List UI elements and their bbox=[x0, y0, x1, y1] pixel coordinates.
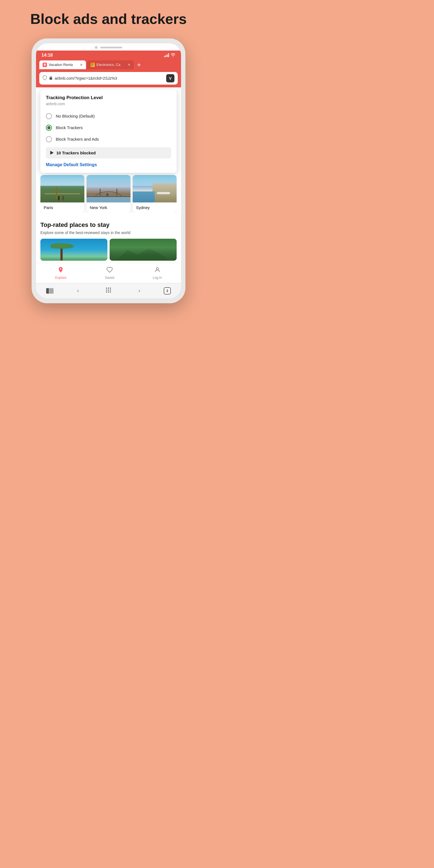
airbnb-tab-icon bbox=[42, 63, 47, 67]
trackers-blocked-row[interactable]: 10 Trackers blocked bbox=[46, 147, 171, 158]
top-rated-title: Top-rated places to stay bbox=[40, 221, 177, 228]
svg-point-7 bbox=[110, 289, 111, 290]
saved-label: Saved bbox=[105, 276, 114, 280]
option-block-trackers[interactable]: Block Trackers bbox=[46, 122, 171, 133]
popup-domain: airbnb.com bbox=[46, 102, 171, 106]
wifi-icon bbox=[170, 53, 176, 57]
saved-icon bbox=[106, 267, 113, 275]
svg-point-10 bbox=[110, 291, 111, 292]
tab-airbnb[interactable]: Vacation Renta ✕ bbox=[39, 60, 86, 69]
nav-explore[interactable]: Explore bbox=[55, 267, 66, 280]
svg-point-9 bbox=[108, 291, 109, 292]
phone-top-bar bbox=[36, 43, 181, 51]
option-block-trackers-label: Block Trackers bbox=[56, 125, 83, 130]
electronics-tab-icon: 🛍️ bbox=[90, 63, 95, 67]
system-navigation-bar: ‹ › 2 bbox=[36, 283, 181, 298]
phone-speaker bbox=[100, 47, 122, 48]
tab-airbnb-label: Vacation Renta bbox=[49, 63, 73, 67]
browser-chrome: Vacation Renta ✕ 🛍️ Electronics, Ca ✕ + bbox=[36, 60, 181, 87]
tracking-protection-popup: Tracking Protection Level airbnb.com No … bbox=[40, 90, 177, 173]
back-button[interactable]: ‹ bbox=[74, 287, 82, 295]
address-bar[interactable]: airbnb.com/?irgwc=1&irclid=2SJz%3 V bbox=[39, 72, 178, 85]
new-york-image bbox=[87, 175, 130, 203]
sydney-image bbox=[133, 175, 177, 203]
trackers-blocked-count: 10 Trackers blocked bbox=[56, 151, 96, 155]
city-cards-row: Paris bbox=[40, 175, 177, 213]
status-icons bbox=[164, 53, 176, 57]
add-tab-button[interactable]: + bbox=[135, 60, 143, 70]
new-york-label: New York bbox=[87, 203, 130, 213]
svg-point-1 bbox=[156, 268, 158, 270]
tab-airbnb-close[interactable]: ✕ bbox=[80, 63, 83, 67]
svg-point-2 bbox=[106, 288, 107, 289]
preview-card-2[interactable] bbox=[110, 239, 177, 261]
city-card-sydney[interactable]: Sydney bbox=[133, 175, 177, 213]
login-label: Log in bbox=[153, 276, 162, 280]
radio-inner-dot bbox=[47, 126, 51, 129]
status-bar: 14:18 bbox=[36, 51, 181, 60]
preview-card-1[interactable] bbox=[40, 239, 107, 261]
tabs-row: Vacation Renta ✕ 🛍️ Electronics, Ca ✕ + bbox=[39, 60, 178, 70]
url-display[interactable]: airbnb.com/?irgwc=1&irclid=2SJz%3 bbox=[55, 76, 164, 81]
lock-icon bbox=[49, 76, 53, 81]
bottom-navigation: Explore Saved bbox=[36, 263, 181, 283]
option-no-blocking-label: No Blocking (Default) bbox=[56, 114, 95, 118]
phone-camera bbox=[95, 46, 97, 49]
top-rated-section: Top-rated places to stay Explore some of… bbox=[36, 217, 181, 263]
sidebar-light-part bbox=[49, 288, 54, 293]
svg-point-6 bbox=[108, 289, 109, 290]
page-title: Block ads and trackers bbox=[30, 11, 187, 28]
vivaldi-button[interactable]: V bbox=[166, 74, 175, 83]
sidebar-toggle-button[interactable] bbox=[46, 288, 54, 293]
svg-point-5 bbox=[106, 289, 107, 290]
apps-grid-button[interactable] bbox=[102, 286, 115, 296]
option-no-blocking[interactable]: No Blocking (Default) bbox=[46, 111, 171, 122]
expand-arrow-icon bbox=[50, 151, 54, 155]
svg-rect-0 bbox=[50, 78, 52, 80]
sydney-label: Sydney bbox=[133, 203, 177, 213]
explore-label: Explore bbox=[55, 276, 66, 280]
shield-icon bbox=[42, 75, 47, 81]
city-card-paris[interactable]: Paris bbox=[40, 175, 84, 213]
city-card-new-york[interactable]: New York bbox=[87, 175, 130, 213]
nav-saved[interactable]: Saved bbox=[105, 267, 114, 280]
signal-icon bbox=[164, 53, 169, 57]
tab-electronics-close[interactable]: ✕ bbox=[128, 63, 130, 67]
sidebar-dark-part bbox=[46, 288, 49, 293]
svg-point-4 bbox=[110, 288, 111, 289]
popup-title: Tracking Protection Level bbox=[46, 95, 171, 100]
radio-no-blocking[interactable] bbox=[46, 113, 52, 119]
phone-device: 14:18 bbox=[32, 38, 185, 304]
tabs-count-button[interactable]: 2 bbox=[164, 287, 171, 294]
explore-icon bbox=[57, 267, 64, 275]
top-rated-subtitle: Explore some of the best-reviewed stays … bbox=[40, 230, 177, 236]
forward-button[interactable]: › bbox=[135, 287, 144, 295]
radio-block-trackers[interactable] bbox=[46, 125, 52, 131]
browser-content: Paris bbox=[36, 175, 181, 283]
tab-electronics-label: Electronics, Ca bbox=[96, 63, 120, 67]
paris-image bbox=[40, 175, 84, 203]
nav-login[interactable]: Log in bbox=[153, 267, 162, 280]
login-icon bbox=[154, 267, 161, 275]
option-block-trackers-ads[interactable]: Block Trackers and Ads bbox=[46, 133, 171, 145]
paris-label: Paris bbox=[40, 203, 84, 213]
tab-electronics[interactable]: 🛍️ Electronics, Ca ✕ bbox=[87, 60, 134, 69]
radio-block-trackers-ads[interactable] bbox=[46, 136, 52, 142]
top-rated-preview-cards bbox=[40, 239, 177, 261]
svg-point-8 bbox=[106, 291, 107, 292]
svg-point-3 bbox=[108, 288, 109, 289]
phone-screen: 14:18 bbox=[36, 43, 181, 299]
manage-default-settings-link[interactable]: Manage Default Settings bbox=[46, 162, 171, 167]
status-time: 14:18 bbox=[41, 53, 53, 58]
option-block-trackers-ads-label: Block Trackers and Ads bbox=[56, 137, 99, 142]
city-cards-section: Paris bbox=[36, 175, 181, 217]
